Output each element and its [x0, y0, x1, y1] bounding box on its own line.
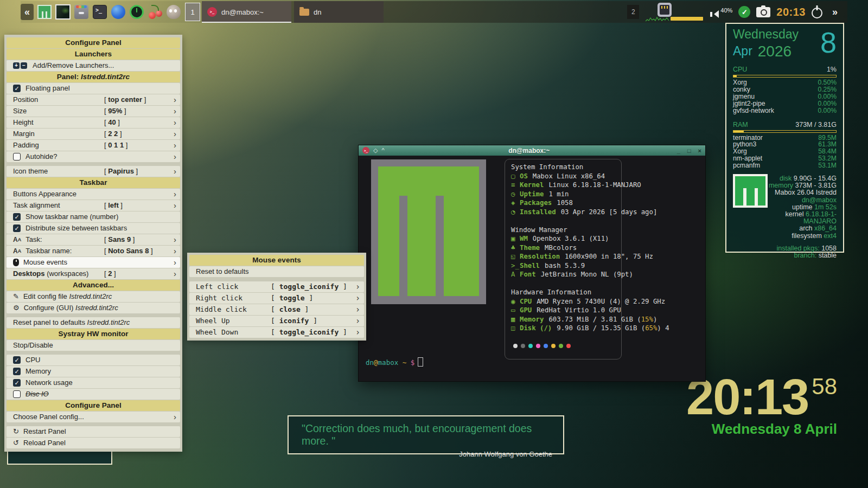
menu-item-label: Size — [13, 106, 27, 117]
launcher-gimp-icon[interactable] — [165, 4, 182, 20]
submenu-arrow-icon: › — [174, 257, 176, 268]
info-percent: 65% — [645, 324, 657, 332]
close-button[interactable]: × — [698, 147, 701, 154]
menu-item-label: Disc IO — [25, 389, 49, 400]
menu-item-network-usage[interactable]: ✓Network usage — [7, 377, 180, 388]
expand-tray-button[interactable]: » — [828, 4, 841, 20]
launcher-terminal-icon[interactable]: >_ — [92, 4, 108, 20]
menu-item-task[interactable]: AATask:[ Sans 9 ]› — [7, 234, 180, 245]
collapse-launchers-button[interactable]: « — [21, 4, 34, 20]
menu-item-memory[interactable]: ✓Memory — [7, 366, 180, 377]
conky-widget: Wednesday Apr2026 8 CPU1% Xorg0.50%conky… — [725, 23, 844, 253]
terminal-titlebar[interactable]: >_ ◇ ^ dn@mabox:~ _ □ × — [359, 145, 705, 156]
terminal-content[interactable]: System Information▢OSMabox Linux x86_64≡… — [359, 156, 705, 381]
launcher-mabox-logo-icon[interactable] — [36, 4, 53, 20]
shield-check-icon[interactable]: ✓ — [738, 6, 750, 18]
prompt-path: ~ — [398, 358, 411, 367]
menu-item-disc-io[interactable]: Disc IO — [7, 389, 180, 400]
launcher-file-manager-icon[interactable] — [73, 4, 90, 20]
menu-item-edit-config-file[interactable]: ✎Edit config file Istredd.tint2rc — [7, 291, 180, 302]
menu-item-height[interactable]: Height[ 40 ]› — [7, 117, 180, 128]
minimize-button[interactable]: _ — [677, 147, 680, 154]
workspace-2-button[interactable]: 2 — [627, 5, 639, 19]
info-row-uptime: ◷Uptime1 min — [511, 190, 621, 199]
process-name: jgtint2-pipe — [733, 100, 765, 107]
submenu-arrow-icon: › — [174, 117, 176, 128]
menu-item-reset-to-defaults[interactable]: Reset to defaults — [189, 266, 364, 277]
workspace-1-button[interactable]: 1 — [185, 3, 200, 21]
info-row-installed: ◔Installed03 Apr 2026 [5 days ago] — [511, 208, 621, 217]
menu-item-size[interactable]: Size[ 95% ]› — [7, 106, 180, 117]
info-value: JetBrains Mono NL (9pt) — [541, 271, 633, 278]
launcher-browser-icon[interactable] — [110, 4, 126, 20]
process-name: gvfsd-network — [733, 107, 774, 114]
tray-clock[interactable]: 20:13 — [776, 6, 806, 18]
launcher-wallpaper-thumbnail[interactable] — [55, 4, 71, 20]
conky-day: 8 — [820, 27, 837, 59]
mabox-logo-icon — [733, 174, 768, 208]
menu-item-configure-gui[interactable]: ⚙Configure (GUI) Istredd.tint2rc — [7, 303, 180, 313]
menu-item-choose-panel-config[interactable]: Choose Panel config...› — [7, 412, 180, 422]
submenu-arrow-icon: › — [174, 246, 176, 256]
menu-item-reload-panel[interactable]: ↺Reload Panel — [7, 438, 180, 448]
menu-item-middle-click[interactable]: Middle click[ close ]› — [189, 304, 364, 315]
menu-item-icon-theme[interactable]: Icon theme[ Papirus ]› — [7, 166, 180, 177]
menu-item-left-click[interactable]: Left click[ toggle_iconify ]› — [189, 281, 364, 292]
menu-item-value: [ Papirus ] — [104, 166, 138, 177]
menu-item-label: Height — [13, 117, 34, 128]
menu-item-value: [ Noto Sans 8 ] — [104, 246, 153, 256]
volume-level: 40% — [720, 7, 732, 14]
shell-prompt[interactable]: dn@mabox ~ $ — [366, 357, 423, 367]
network-tray-item[interactable] — [646, 1, 704, 23]
maximize-button[interactable]: □ — [687, 147, 691, 154]
menu-item-floating-panel[interactable]: ✓Floating panel — [7, 83, 180, 94]
process-row-jgmenu: jgmenu0.00% — [733, 93, 837, 100]
menu-item-value: [ 95% ] — [104, 106, 126, 117]
shade-icon[interactable]: ^ — [381, 147, 384, 153]
checkbox-checked: ✓ — [13, 368, 21, 375]
menu-item-label: Right click — [196, 293, 242, 304]
process-value: 0.25% — [818, 86, 837, 93]
menu-item-label: Reset to defaults — [196, 266, 249, 277]
volume-tray-item[interactable]: 40% — [710, 6, 732, 18]
launcher-timer-icon[interactable] — [129, 4, 145, 20]
menu-item-show-taskbar-name-number[interactable]: ✓Show taskbar name (number) — [7, 211, 180, 222]
power-icon[interactable] — [812, 8, 822, 18]
menu-item-task-alignment[interactable]: Task alignment[ left ]› — [7, 200, 180, 211]
menu-item-wheel-down[interactable]: Wheel Down[ toggle_iconify ]› — [189, 327, 364, 338]
theme-icon: ♣ — [511, 243, 520, 253]
terminal-app-icon: >_ — [362, 147, 369, 154]
info-value: 868x488 in 18", 75 Hz — [565, 253, 653, 260]
menu-item-right-click[interactable]: Right click[ toggle ]› — [189, 293, 364, 304]
task-button-dn-mabox[interactable]: >_dn@mabox:~ — [202, 1, 291, 23]
menu-item-value: [ toggle ] — [271, 293, 313, 304]
menu-item-add-remove-launchers[interactable]: +−Add/Remove Launchers... — [7, 60, 180, 71]
menu-item-restart-panel[interactable]: ↻Restart Panel — [7, 426, 180, 437]
menu-item-label: Mouse events — [23, 257, 67, 268]
menu-item-margin[interactable]: Margin[ 2 2 ]› — [7, 129, 180, 139]
process-row-jgtint2-pipe: jgtint2-pipe0.00% — [733, 100, 837, 107]
terminal-window[interactable]: >_ ◇ ^ dn@mabox:~ _ □ × System Informati… — [358, 145, 706, 382]
wm-icon: ▣ — [511, 234, 520, 243]
camera-icon[interactable] — [756, 7, 770, 17]
menu-item-autohide[interactable]: Autohide?› — [7, 151, 180, 162]
omnipresent-icon[interactable]: ◇ — [373, 147, 378, 153]
menu-item-reset-panel-to-defaults[interactable]: Reset panel to defaults Istredd.tint2rc — [7, 317, 180, 328]
menu-item-buttons-appearance[interactable]: Buttons Appearance› — [7, 189, 180, 200]
packages-icon: ◈ — [511, 198, 520, 208]
task-button-dn[interactable]: dn — [294, 1, 384, 23]
menu-item-wheel-up[interactable]: Wheel Up[ iconify ]› — [189, 316, 364, 326]
submenu-arrow-icon: › — [355, 293, 360, 304]
menu-item-padding[interactable]: Padding[ 0 1 1 ]› — [7, 140, 180, 151]
menu-item-desktops[interactable]: Desktops (workspaces)[ 2 ]› — [7, 268, 180, 279]
menu-item-cpu[interactable]: ✓CPU — [7, 355, 180, 365]
menu-item-stop-disable[interactable]: Stop/Disable — [7, 340, 180, 351]
menu-item-taskbar-name[interactable]: AATaskbar name:[ Noto Sans 8 ]› — [7, 246, 180, 256]
launcher-cherries-icon[interactable] — [147, 4, 163, 20]
menu-item-distribute-size-between-taskbars[interactable]: ✓Distribute size between taskbars — [7, 223, 180, 234]
process-row-xorg: Xorg0.50% — [733, 79, 837, 86]
menu-item-mouse-events[interactable]: Mouse events› — [7, 257, 180, 268]
installed-icon: ◔ — [511, 208, 520, 217]
menu-item-label: Margin — [13, 129, 35, 139]
menu-item-position[interactable]: Position[ top center ]› — [7, 94, 180, 105]
